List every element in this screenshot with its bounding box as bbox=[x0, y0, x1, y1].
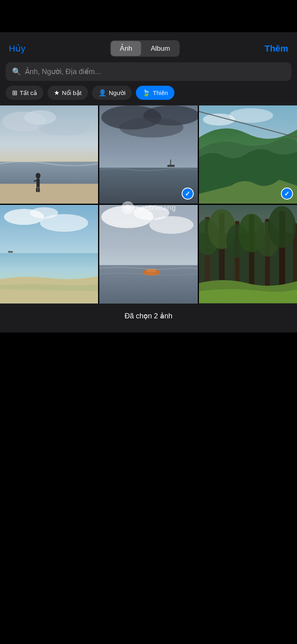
photo-cell-5[interactable] bbox=[99, 205, 197, 303]
cancel-button[interactable]: Hủy bbox=[9, 43, 25, 54]
svg-point-3 bbox=[24, 110, 56, 125]
photo-cell-2[interactable] bbox=[99, 105, 197, 204]
svg-rect-16 bbox=[99, 168, 197, 204]
photo-cell-3[interactable] bbox=[199, 105, 297, 204]
status-bar bbox=[0, 0, 297, 32]
photo-picker-sheet: Hủy Ảnh Album Thêm 🔍 Ảnh, Người, Địa điể… bbox=[0, 32, 297, 332]
segment-album-button[interactable]: Album bbox=[142, 41, 179, 56]
selection-status: Đã chọn 2 ảnh bbox=[125, 312, 172, 320]
photo-2-checkmark bbox=[182, 188, 194, 200]
person-icon: 👤 bbox=[98, 89, 107, 97]
photo-cell-1[interactable] bbox=[0, 105, 98, 204]
photo-cell-6[interactable] bbox=[199, 205, 297, 303]
photo-6-svg bbox=[199, 205, 297, 303]
svg-point-32 bbox=[133, 206, 170, 220]
filter-all-button[interactable]: ⊞ Tất cả bbox=[6, 86, 43, 100]
leaf-icon: 🍃 bbox=[142, 89, 150, 97]
segment-control: Ảnh Album bbox=[110, 40, 180, 57]
svg-point-11 bbox=[36, 189, 41, 192]
header: Hủy Ảnh Album Thêm bbox=[0, 32, 297, 62]
svg-rect-28 bbox=[8, 251, 13, 253]
svg-rect-18 bbox=[170, 160, 171, 166]
filter-featured-label: Nổi bật bbox=[62, 89, 82, 97]
svg-rect-35 bbox=[147, 269, 156, 272]
svg-rect-5 bbox=[0, 184, 98, 204]
photo-grid bbox=[0, 105, 297, 303]
filter-people-label: Người bbox=[109, 89, 126, 97]
svg-point-15 bbox=[119, 118, 184, 138]
filter-all-label: Tất cả bbox=[20, 89, 37, 97]
filter-nature-button[interactable]: 🍃 Thiên bbox=[136, 86, 174, 100]
photo-1-svg bbox=[0, 105, 98, 204]
svg-point-21 bbox=[229, 108, 273, 123]
search-icon: 🔍 bbox=[12, 67, 21, 76]
filter-people-button[interactable]: 👤 Người bbox=[92, 86, 132, 100]
photo-2-svg bbox=[99, 105, 197, 204]
svg-point-26 bbox=[30, 207, 58, 219]
segment-photo-button[interactable]: Ảnh bbox=[111, 41, 141, 56]
photo-5-svg bbox=[99, 205, 197, 303]
photo-4-svg bbox=[0, 205, 98, 303]
grid-icon: ⊞ bbox=[12, 89, 17, 97]
filter-tabs: ⊞ Tất cả ★ Nổi bật 👤 Người 🍃 Thiên bbox=[0, 86, 297, 105]
bottom-bar: Đã chọn 2 ảnh bbox=[0, 303, 297, 332]
search-input[interactable]: Ảnh, Người, Địa điểm... bbox=[25, 67, 101, 76]
svg-point-50 bbox=[268, 206, 296, 248]
filter-featured-button[interactable]: ★ Nổi bật bbox=[47, 86, 88, 100]
star-icon: ★ bbox=[54, 89, 59, 97]
filter-nature-label: Thiên bbox=[153, 89, 168, 96]
svg-point-6 bbox=[36, 173, 41, 179]
photo-cell-4[interactable] bbox=[0, 205, 98, 303]
add-button[interactable]: Thêm bbox=[264, 43, 288, 54]
search-bar[interactable]: 🔍 Ảnh, Người, Địa điểm... bbox=[6, 62, 291, 81]
